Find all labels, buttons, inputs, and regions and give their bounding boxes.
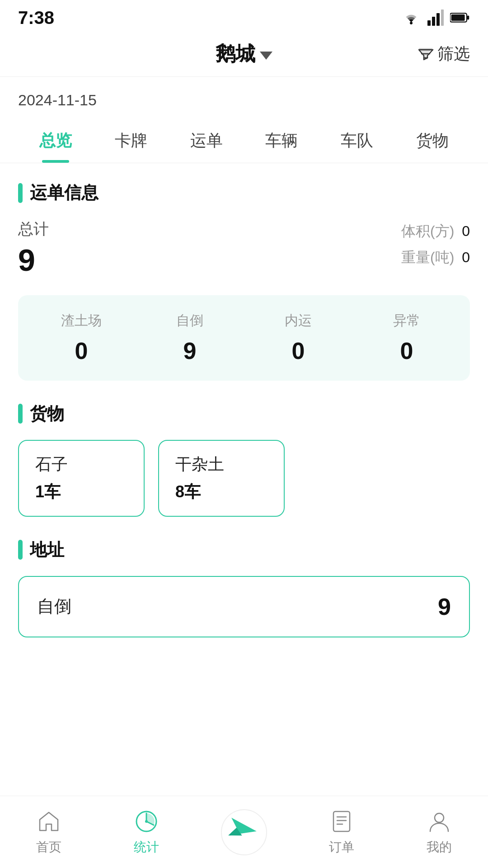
stat-item-1: 自倒 9: [136, 311, 244, 364]
battery-icon: [450, 12, 470, 24]
stat-value-2: 0: [244, 337, 352, 364]
waybill-main-row: 总计 9 体积(方) 0 重量(吨) 0: [18, 219, 470, 277]
svg-rect-3: [436, 13, 440, 26]
section-bar-icon: [18, 183, 23, 203]
tab-goods[interactable]: 货物: [394, 123, 470, 163]
stat-label-0: 渣土场: [27, 311, 136, 330]
waybill-section-title: 运单信息: [30, 181, 99, 204]
waybill-left: 总计 9: [18, 219, 49, 277]
stat-value-3: 0: [352, 337, 461, 364]
nav-item-order[interactable]: 订单: [293, 809, 390, 856]
nav-label-stats: 统计: [134, 839, 159, 856]
filter-icon: [418, 46, 434, 62]
svg-point-18: [435, 813, 444, 822]
waybill-section-header: 运单信息: [18, 181, 470, 204]
city-arrow-icon: [260, 52, 272, 60]
svg-rect-7: [451, 14, 465, 21]
svg-rect-2: [432, 17, 435, 26]
address-section-title: 地址: [30, 538, 64, 561]
weight-value: 0: [462, 249, 470, 265]
stat-label-2: 内运: [244, 311, 352, 330]
stats-icon: [134, 809, 159, 834]
profile-icon: [427, 809, 452, 834]
goods-card-1[interactable]: 干杂土 8车: [158, 440, 285, 517]
filter-button[interactable]: 筛选: [418, 43, 470, 65]
weight-label: 重量(吨): [401, 249, 454, 265]
goods-section-bar-icon: [18, 404, 23, 424]
date-text: 2024-11-15: [18, 91, 97, 108]
waybill-total-label: 总计: [18, 219, 49, 240]
tabs-bar: 总览 卡牌 运单 车辆 车队 货物: [0, 113, 488, 163]
goods-section-header: 货物: [18, 402, 470, 425]
goods-count-0: 1车: [35, 481, 127, 503]
svg-rect-4: [441, 9, 444, 26]
goods-section: 货物 石子 1车 干杂土 8车: [18, 402, 470, 517]
svg-rect-1: [427, 20, 431, 26]
nav-item-home[interactable]: 首页: [0, 809, 98, 856]
stat-item-2: 内运 0: [244, 311, 352, 364]
filter-label: 筛选: [437, 43, 470, 65]
waybill-total-number: 9: [18, 243, 49, 277]
main-content: 运单信息 总计 9 体积(方) 0 重量(吨) 0 渣土场 0: [0, 163, 488, 677]
nav-label-home: 首页: [36, 839, 61, 856]
waybill-right: 体积(方) 0 重量(吨) 0: [401, 219, 470, 274]
goods-name-1: 干杂土: [175, 453, 267, 476]
address-section: 地址 自倒 9: [18, 538, 470, 637]
home-icon: [36, 809, 61, 834]
stat-item-0: 渣土场 0: [27, 311, 136, 364]
tab-vehicle[interactable]: 车辆: [244, 123, 319, 163]
date-section: 2024-11-15: [0, 77, 488, 113]
status-icons: [401, 9, 470, 26]
status-bar: 7:38: [0, 0, 488, 32]
address-card-0[interactable]: 自倒 9: [18, 576, 470, 637]
waybill-info-section: 运单信息 总计 9 体积(方) 0 重量(吨) 0: [18, 181, 470, 277]
city-selector[interactable]: 鹅城: [216, 41, 272, 67]
goods-card-0[interactable]: 石子 1车: [18, 440, 145, 517]
stat-label-1: 自倒: [136, 311, 244, 330]
goods-count-1: 8车: [175, 481, 267, 503]
stat-label-3: 异常: [352, 311, 461, 330]
stat-item-3: 异常 0: [352, 311, 461, 364]
goods-section-title: 货物: [30, 402, 64, 425]
wifi-icon: [401, 9, 421, 26]
volume-label: 体积(方): [401, 223, 454, 239]
nav-item-profile[interactable]: 我的: [390, 809, 488, 856]
order-icon: [329, 809, 354, 834]
city-name: 鹅城: [216, 41, 255, 67]
status-time: 7:38: [18, 8, 54, 28]
tab-overview[interactable]: 总览: [18, 123, 94, 163]
waybill-volume: 体积(方) 0: [401, 222, 470, 241]
goods-name-0: 石子: [35, 453, 127, 476]
tab-card[interactable]: 卡牌: [94, 123, 169, 163]
send-icon: [217, 805, 271, 859]
waybill-weight: 重量(吨) 0: [401, 248, 470, 268]
bottom-nav: 首页 统计: [0, 796, 488, 868]
goods-cards: 石子 1车 干杂土 8车: [18, 440, 470, 517]
nav-label-order: 订单: [329, 839, 354, 856]
svg-rect-6: [467, 16, 469, 20]
tab-waybill[interactable]: 运单: [169, 123, 244, 163]
stat-value-0: 0: [27, 337, 136, 364]
svg-point-0: [410, 22, 413, 24]
signal-icon: [427, 9, 444, 26]
address-count-0: 9: [438, 593, 451, 620]
top-bar: 鹅城 筛选: [0, 32, 488, 77]
stats-grid: 渣土场 0 自倒 9 内运 0 异常 0: [18, 295, 470, 381]
address-name-0: 自倒: [37, 595, 71, 618]
address-section-bar-icon: [18, 540, 23, 560]
volume-value: 0: [462, 223, 470, 239]
nav-item-stats[interactable]: 统计: [98, 809, 195, 856]
nav-item-send[interactable]: [195, 805, 293, 859]
tab-fleet[interactable]: 车队: [319, 123, 395, 163]
svg-rect-14: [333, 811, 350, 831]
address-section-header: 地址: [18, 538, 470, 561]
nav-label-profile: 我的: [427, 839, 452, 856]
stat-value-1: 9: [136, 337, 244, 364]
